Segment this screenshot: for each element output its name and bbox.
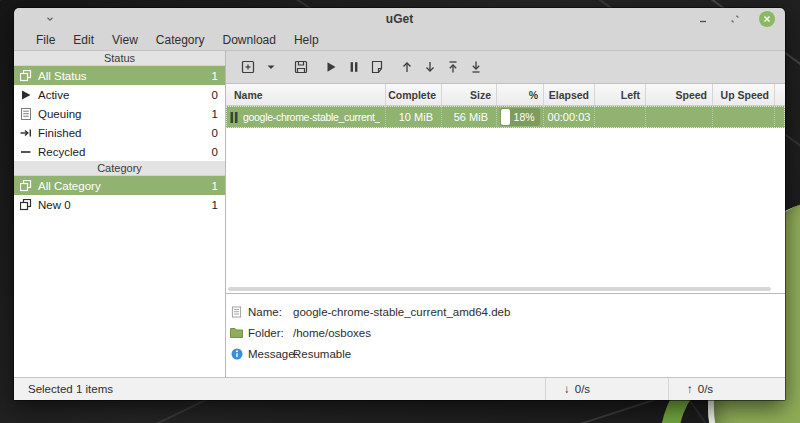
save-button[interactable] [289,55,312,79]
column-header-left[interactable]: Left [595,84,646,105]
download-complete-cell: 10 MiB [386,106,442,128]
detail-row-message: Message: Resumable [230,343,785,364]
sidebar-item-label: Recycled [38,146,85,158]
uget-window: uGet File Edit View Category Download He… [14,8,785,400]
window-title: uGet [14,12,785,26]
detail-label: Name: [248,306,288,318]
pause-button[interactable] [342,55,365,79]
folder-icon [230,326,243,339]
new-download-button[interactable] [236,55,259,79]
column-header-elapsed[interactable]: Elapsed [544,84,595,105]
download-arrow-icon: ↓ [564,383,570,395]
sidebar-item-label: Active [38,89,69,101]
detail-row-name: Name: google-chrome-stable_current_amd64… [230,301,785,322]
download-name: google-chrome-stable_current_ [243,111,380,123]
column-header-name[interactable]: Name [226,84,386,105]
status-section-header: Status [14,51,225,66]
stack-icon [20,199,32,211]
column-header-speed[interactable]: Speed [646,84,713,105]
menu-edit[interactable]: Edit [64,31,103,49]
close-button[interactable] [759,11,775,27]
upload-speed-indicator: ↑ 0/s [668,378,785,400]
menu-view[interactable]: View [103,31,147,49]
sidebar-item-label: All Status [38,70,87,82]
new-download-dropdown-button[interactable] [259,55,282,79]
download-row[interactable]: google-chrome-stable_current_ 10 MiB 56 … [226,106,785,128]
restore-button[interactable] [727,11,743,27]
download-list[interactable]: google-chrome-stable_current_ 10 MiB 56 … [226,106,785,293]
download-table-header: Name Complete Size % Elapsed Left Speed … [226,84,785,106]
sidebar-item-queuing[interactable]: Queuing 1 [14,104,225,123]
download-up-speed-cell [713,106,775,128]
stack-icon [20,180,32,192]
download-elapsed-cell: 00:00:03 [544,106,595,128]
progress-bar: 18% [500,108,540,126]
finish-icon [20,127,32,139]
move-down-button[interactable] [418,55,441,79]
column-header-size[interactable]: Size [442,84,497,105]
file-icon [230,305,243,318]
detail-value: Resumable [293,348,351,360]
detail-value: google-chrome-stable_current_amd64.deb [293,306,510,318]
detail-row-folder: Folder: /home/osboxes [230,322,785,343]
sidebar-item-count: 0 [212,146,218,158]
move-bottom-button[interactable] [464,55,487,79]
minimize-button[interactable] [695,11,711,27]
pause-icon [230,112,238,123]
menu-download[interactable]: Download [214,31,285,49]
sidebar-item-label: Queuing [38,108,81,120]
statusbar: Selected 1 items ↓ 0/s ↑ 0/s [14,377,785,400]
detail-value: /home/osboxes [293,327,371,339]
sidebar-item-count: 0 [212,127,218,139]
download-name-cell: google-chrome-stable_current_ [226,106,386,128]
upload-speed-value: 0/s [698,383,713,395]
sidebar-item-new-0[interactable]: New 0 1 [14,195,225,214]
start-button[interactable] [319,55,342,79]
toolbar [226,51,785,84]
details-panel: Name: google-chrome-stable_current_amd64… [226,293,785,377]
column-header-filler [775,84,785,105]
sidebar-item-count: 1 [212,180,218,192]
column-header-complete[interactable]: Complete [386,84,442,105]
properties-button[interactable] [365,55,388,79]
download-speed-cell [646,106,713,128]
sidebar-item-count: 1 [212,199,218,211]
download-speed-indicator: ↓ 0/s [545,378,668,400]
download-percent-cell: 18% [497,106,544,128]
sidebar-item-count: 1 [212,70,218,82]
move-up-button[interactable] [395,55,418,79]
menu-file[interactable]: File [27,31,64,49]
sidebar-item-label: Finished [38,127,81,139]
sidebar-item-label: New 0 [38,199,71,211]
category-section-header: Category [14,161,225,176]
menu-help[interactable]: Help [285,31,328,49]
sidebar: Status All Status 1 Active 0 Queuin [14,51,226,377]
sidebar-item-count: 1 [212,108,218,120]
play-icon [20,89,32,101]
window-controls [695,8,775,30]
stack-icon [20,70,32,82]
queue-icon [20,108,32,120]
download-speed-value: 0/s [575,383,590,395]
dash-icon [20,146,32,158]
move-top-button[interactable] [441,55,464,79]
sidebar-item-active[interactable]: Active 0 [14,85,225,104]
selection-status: Selected 1 items [14,383,113,395]
info-icon [230,347,243,360]
column-header-percent[interactable]: % [497,84,544,105]
upload-arrow-icon: ↑ [687,383,693,395]
titlebar[interactable]: uGet [14,8,785,30]
sidebar-item-all-category[interactable]: All Category 1 [14,176,225,195]
sidebar-item-finished[interactable]: Finished 0 [14,123,225,142]
column-header-up-speed[interactable]: Up Speed [713,84,775,105]
sidebar-item-label: All Category [38,180,101,192]
sidebar-item-recycled[interactable]: Recycled 0 [14,142,225,161]
sidebar-item-all-status[interactable]: All Status 1 [14,66,225,85]
progress-label: 18% [500,108,540,126]
download-size-cell: 56 MiB [442,106,497,128]
detail-label: Message: [248,348,288,360]
menu-category[interactable]: Category [147,31,214,49]
detail-label: Folder: [248,327,288,339]
sidebar-item-count: 0 [212,89,218,101]
horizontal-scrollbar[interactable] [228,287,771,291]
